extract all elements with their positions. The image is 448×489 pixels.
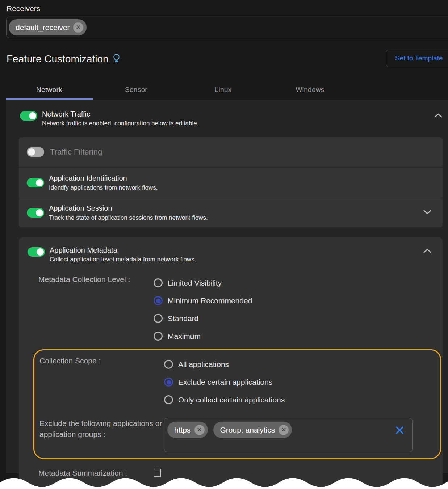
clear-all-icon[interactable] — [395, 426, 404, 436]
collection-level-label: Metadata Collection Level : — [19, 274, 154, 345]
torn-edge-decoration — [0, 476, 448, 489]
traffic-filtering-row: Traffic Filtering — [19, 137, 443, 167]
exclude-applications-row: Exclude the following applications or ap… — [34, 418, 440, 452]
active-tab-indicator — [6, 98, 93, 100]
remove-receiver-icon[interactable]: ✕ — [73, 22, 83, 33]
application-session-subtitle: Track the state of application sessions … — [49, 214, 208, 222]
radio-icon[interactable] — [164, 360, 173, 369]
exclude-applications-label: Exclude the following applications or ap… — [34, 418, 164, 452]
network-tab-panel: Network Traffic Network traffic is enabl… — [6, 100, 448, 473]
network-traffic-title: Network Traffic — [42, 110, 198, 118]
radio-icon[interactable] — [154, 314, 163, 323]
application-session-row: Application Session Track the state of a… — [19, 198, 443, 227]
remove-chip-icon[interactable]: ✕ — [194, 425, 205, 435]
application-metadata-subtitle: Collect application level metadata from … — [50, 256, 196, 263]
application-metadata-card: Application Metadata Collect application… — [19, 237, 443, 489]
collection-scope-row: Collection Scope : All applications Excl… — [34, 355, 440, 409]
tab-linux[interactable]: Linux — [180, 79, 267, 100]
radio-maximum[interactable]: Maximum — [154, 327, 443, 345]
chevron-up-icon[interactable] — [434, 113, 443, 119]
chevron-up-icon[interactable] — [423, 248, 432, 255]
receiver-chip[interactable]: default_receiver ✕ — [9, 19, 87, 35]
collection-scope-options: All applications Exclude certain applica… — [164, 355, 440, 409]
collection-scope-highlight-box: Collection Scope : All applications Excl… — [33, 349, 441, 459]
radio-standard[interactable]: Standard — [154, 309, 443, 327]
application-session-toggle[interactable] — [27, 208, 44, 218]
tab-windows[interactable]: Windows — [267, 79, 353, 100]
application-identification-toggle[interactable] — [27, 178, 44, 187]
radio-minimum-recommended[interactable]: Minimum Recommended — [154, 292, 443, 309]
set-to-template-button[interactable]: Set to Template — [386, 50, 448, 67]
radio-exclude-certain-applications[interactable]: Exclude certain applications — [164, 373, 440, 391]
network-traffic-toggle[interactable] — [20, 111, 37, 121]
receivers-input[interactable]: default_receiver ✕ — [6, 17, 448, 38]
exclude-applications-input[interactable]: https ✕ Group: analytics ✕ — [164, 418, 413, 452]
feature-customization-page: Receivers default_receiver ✕ Feature Cus… — [0, 0, 448, 489]
application-metadata-toggle[interactable] — [28, 247, 45, 257]
chevron-down-icon[interactable] — [423, 210, 432, 216]
radio-selected-icon[interactable] — [164, 378, 173, 387]
application-metadata-title: Application Metadata — [50, 246, 196, 254]
radio-limited-visibility[interactable]: Limited Visibility — [154, 274, 443, 292]
application-identification-subtitle: Identify applications from network flows… — [49, 184, 158, 191]
network-traffic-header: Network Traffic Network traffic is enabl… — [20, 110, 443, 127]
tab-sensor[interactable]: Sensor — [93, 79, 180, 100]
radio-icon[interactable] — [164, 395, 173, 404]
radio-icon[interactable] — [154, 332, 163, 341]
feature-group: Traffic Filtering Application Identifica… — [19, 137, 443, 227]
page-title: Feature Customization — [7, 53, 109, 64]
receiver-chip-label: default_receiver — [16, 23, 70, 32]
page-header: Feature Customization Set to Template — [7, 53, 448, 70]
application-identification-title: Application Identification — [49, 174, 158, 182]
collection-level-row: Metadata Collection Level : Limited Visi… — [19, 274, 443, 345]
exclude-chip-group-analytics[interactable]: Group: analytics ✕ — [213, 422, 292, 438]
remove-chip-icon[interactable]: ✕ — [279, 425, 289, 435]
radio-icon[interactable] — [154, 278, 163, 287]
traffic-filtering-label: Traffic Filtering — [50, 147, 102, 157]
collection-level-options: Limited Visibility Minimum Recommended S… — [154, 274, 443, 345]
radio-all-applications[interactable]: All applications — [164, 355, 440, 373]
exclude-chip-https[interactable]: https ✕ — [167, 422, 208, 438]
network-traffic-subtitle: Network traffic is enabled, configuratio… — [42, 120, 198, 127]
lightbulb-icon — [113, 54, 120, 65]
application-identification-row: Application Identification Identify appl… — [19, 167, 443, 198]
receivers-label: Receivers — [7, 4, 448, 13]
radio-selected-icon[interactable] — [154, 296, 163, 305]
radio-only-collect-certain-applications[interactable]: Only collect certain applications — [164, 391, 440, 409]
collection-scope-label: Collection Scope : — [34, 355, 164, 409]
application-session-title: Application Session — [49, 204, 208, 212]
traffic-filtering-toggle[interactable] — [27, 147, 44, 157]
application-metadata-header: Application Metadata Collect application… — [19, 246, 443, 263]
tab-bar: Network Sensor Linux Windows — [0, 79, 448, 100]
tab-network[interactable]: Network — [6, 79, 93, 100]
